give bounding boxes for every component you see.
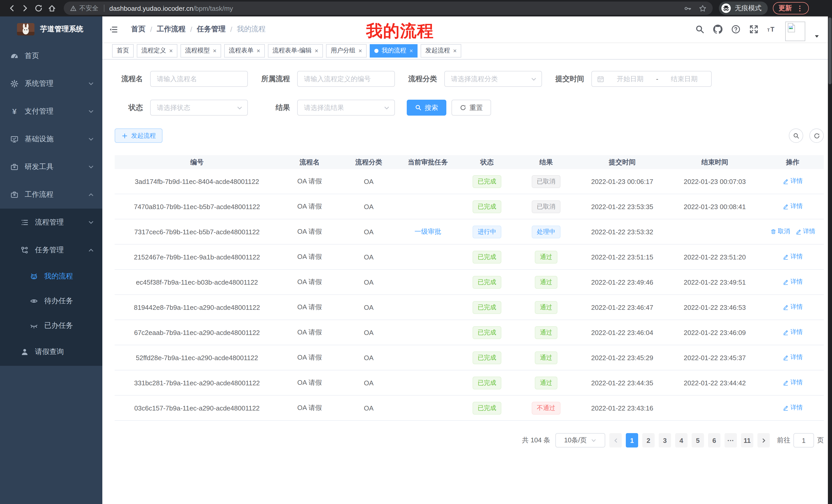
refresh-table-button[interactable] — [809, 129, 824, 143]
category-select[interactable] — [444, 71, 542, 87]
sidebar-item-infrastructure[interactable]: 基础设施 — [0, 125, 102, 153]
detail-link[interactable]: 详情 — [783, 303, 803, 312]
cancel-link[interactable]: 取消 — [770, 227, 790, 236]
sidebar: 芋道管理系统 首页系统管理¥支付管理基础设施研发工具工作流程流程管理任务管理我的… — [0, 17, 102, 504]
result-select-input[interactable] — [298, 100, 394, 115]
next-page-button[interactable] — [757, 433, 770, 447]
kebab-menu-icon[interactable] — [797, 5, 803, 11]
page-button-11[interactable]: 11 — [741, 433, 753, 447]
tab-process-definition[interactable]: 流程定义× — [137, 44, 177, 57]
reload-icon[interactable] — [32, 2, 45, 15]
create-process-button[interactable]: 发起流程 — [115, 129, 162, 143]
close-icon[interactable]: × — [257, 48, 260, 54]
sidebar-item-payment[interactable]: ¥支付管理 — [0, 97, 102, 125]
caret-down-icon[interactable] — [814, 33, 820, 39]
goto-page-input[interactable] — [794, 433, 814, 447]
search-icon[interactable] — [695, 25, 704, 34]
breadcrumb-item[interactable]: 首页 — [131, 25, 146, 34]
close-icon[interactable]: × — [169, 48, 173, 54]
tab-process-form-edit[interactable]: 流程表单-编辑× — [268, 44, 323, 57]
forward-icon[interactable] — [19, 2, 32, 15]
date-range-picker[interactable]: 开始日期 - 结束日期 — [591, 71, 712, 87]
tab-process-form[interactable]: 流程表单× — [224, 44, 265, 57]
update-button[interactable]: 更新 — [773, 2, 809, 15]
detail-link[interactable]: 详情 — [783, 379, 803, 387]
help-icon[interactable] — [731, 25, 740, 34]
sidebar-item-process-mgmt[interactable]: 流程管理 — [0, 208, 102, 236]
status-select-input[interactable] — [151, 100, 247, 115]
more-pages-button[interactable]: ··· — [725, 433, 737, 447]
detail-link[interactable]: 详情 — [783, 328, 803, 337]
start-date-placeholder[interactable]: 开始日期 — [608, 74, 652, 83]
security-chip[interactable]: 不安全 — [70, 4, 99, 12]
edit-icon — [783, 254, 789, 260]
detail-link[interactable]: 详情 — [783, 278, 803, 286]
broken-image-icon — [786, 23, 797, 33]
page-button-6[interactable]: 6 — [708, 433, 721, 447]
breadcrumb-item[interactable]: 工作流程 — [157, 25, 186, 34]
sidebar-item-my-process[interactable]: 我的流程 — [0, 264, 102, 289]
sidebar-item-dev-tools[interactable]: 研发工具 — [0, 153, 102, 181]
process-definition-input[interactable] — [298, 72, 394, 86]
scrollbar-thumb[interactable] — [828, 18, 831, 84]
key-icon[interactable] — [684, 4, 692, 12]
tab-my-process[interactable]: 我的流程× — [370, 44, 418, 57]
sidebar-item-home[interactable]: 首页 — [0, 42, 102, 70]
cell-id: 2152467e-7b9b-11ec-9a1b-acde48001122 — [115, 253, 279, 261]
fullscreen-icon[interactable] — [749, 25, 758, 34]
result-select[interactable] — [297, 100, 395, 116]
star-icon[interactable] — [699, 4, 706, 12]
sidebar-item-task-mgmt[interactable]: 任务管理 — [0, 236, 102, 264]
breadcrumb-item[interactable]: 任务管理 — [197, 25, 226, 34]
chevron-down-icon — [591, 438, 597, 443]
end-date-placeholder[interactable]: 结束日期 — [662, 74, 706, 83]
process-name-input[interactable] — [151, 72, 247, 86]
avatar[interactable] — [785, 22, 805, 41]
status-select[interactable] — [150, 100, 248, 116]
show-search-button[interactable] — [789, 129, 803, 143]
page-size-select[interactable]: 10条/页 — [555, 433, 605, 447]
prev-page-button[interactable] — [609, 433, 622, 447]
sidebar-item-todo-tasks[interactable]: 待办任务 — [0, 289, 102, 313]
close-icon[interactable]: × — [358, 48, 362, 54]
incognito-badge[interactable]: 无痕模式 — [719, 2, 768, 15]
home-icon[interactable] — [45, 2, 59, 15]
tab-home[interactable]: 首页 — [112, 44, 134, 57]
pagination: 共 104 条10条/页123456···11前往页 — [115, 433, 824, 447]
tab-user-group[interactable]: 用户分组× — [326, 44, 367, 57]
font-size-icon[interactable]: TT — [767, 25, 777, 34]
page-button-4[interactable]: 4 — [675, 433, 687, 447]
close-icon[interactable]: × — [453, 48, 457, 54]
sidebar-item-leave-query[interactable]: 请假查询 — [0, 338, 102, 366]
sidebar-item-workflow[interactable]: 工作流程 — [0, 181, 102, 208]
close-icon[interactable]: × — [409, 48, 413, 54]
page-button-2[interactable]: 2 — [642, 433, 655, 447]
close-icon[interactable]: × — [213, 48, 216, 54]
reset-button[interactable]: 重置 — [451, 100, 491, 116]
app-logo[interactable]: 芋道管理系统 — [0, 17, 102, 42]
close-icon[interactable]: × — [315, 48, 318, 54]
back-icon[interactable] — [5, 2, 19, 15]
sidebar-item-done-tasks[interactable]: 已办任务 — [0, 313, 102, 338]
category-select-input[interactable] — [445, 72, 542, 86]
page-button-5[interactable]: 5 — [692, 433, 704, 447]
detail-link[interactable]: 详情 — [783, 177, 803, 186]
goto-label: 前往 — [777, 436, 790, 445]
tab-process-model[interactable]: 流程模型× — [181, 44, 221, 57]
github-icon[interactable] — [713, 25, 723, 34]
current-task-link[interactable]: 一级审批 — [414, 228, 441, 235]
detail-link[interactable]: 详情 — [783, 202, 803, 211]
tab-start-process[interactable]: 发起流程× — [421, 44, 461, 57]
url-bar[interactable]: 不安全 dashboard.yudao.iocoder.cn/bpm/task/… — [64, 2, 713, 15]
pagination-total: 共 104 条 — [522, 436, 550, 445]
detail-link[interactable]: 详情 — [783, 253, 803, 261]
page-button-1[interactable]: 1 — [626, 433, 638, 447]
search-button[interactable]: 搜索 — [407, 100, 446, 116]
sidebar-item-system[interactable]: 系统管理 — [0, 70, 102, 97]
detail-link[interactable]: 详情 — [795, 227, 815, 236]
hamburger-icon[interactable] — [106, 23, 120, 36]
page-button-3[interactable]: 3 — [659, 433, 671, 447]
page-scrollbar[interactable] — [828, 17, 832, 504]
detail-link[interactable]: 详情 — [783, 403, 803, 412]
detail-link[interactable]: 详情 — [783, 353, 803, 362]
